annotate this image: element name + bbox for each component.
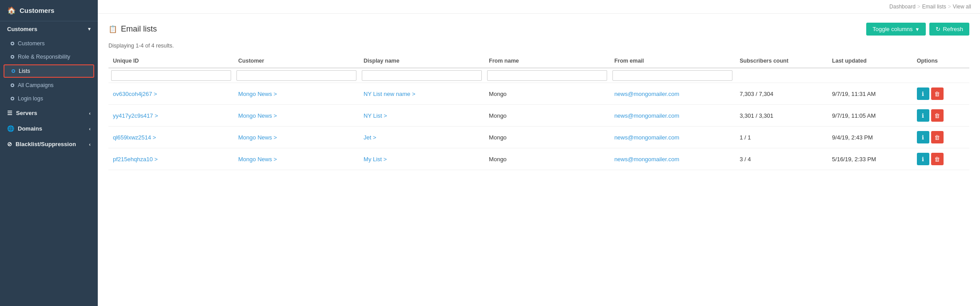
from-email-link-3[interactable]: news@mongomailer.com: [614, 134, 679, 141]
unique-id-link-4[interactable]: pf215ehqhza10 >: [113, 156, 158, 163]
from-email-link-2[interactable]: news@mongomailer.com: [614, 112, 679, 119]
info-icon-2: ℹ: [922, 112, 924, 119]
delete-button-3[interactable]: 🗑: [931, 131, 944, 143]
filter-unique-id-input[interactable]: [111, 70, 231, 81]
cell-customer-4: Mongo News >: [234, 148, 359, 170]
filter-customer-cell: [234, 68, 359, 83]
dot-icon: [11, 55, 14, 59]
cell-options-3: ℹ 🗑: [912, 127, 969, 148]
display-name-link-1[interactable]: NY List new name >: [364, 91, 415, 97]
sidebar-customers-section: Customers ▾ Customers Role & Responsibil…: [0, 21, 98, 105]
cell-last-updated-2: 9/7/19, 11:05 AM: [828, 105, 912, 127]
filter-from-name-cell: [484, 68, 610, 83]
info-button-3[interactable]: ℹ: [917, 131, 929, 143]
sidebar-domains-label: Domains: [18, 125, 42, 132]
sidebar-item-lists-label: Lists: [19, 68, 30, 74]
delete-button-4[interactable]: 🗑: [931, 153, 944, 165]
from-email-link-1[interactable]: news@mongomailer.com: [614, 91, 679, 97]
filter-display-name-input[interactable]: [362, 70, 482, 81]
dashboard-icon: 🏠: [7, 6, 16, 15]
delete-button-1[interactable]: 🗑: [931, 87, 944, 100]
breadcrumb-email-lists: Email lists: [922, 4, 946, 10]
sidebar-item-all-campaigns[interactable]: All Campaigns: [0, 79, 98, 92]
cell-display-name-2: NY List >: [359, 105, 484, 127]
col-from-email: From email: [610, 54, 735, 68]
options-buttons-2: ℹ 🗑: [917, 109, 965, 122]
info-button-4[interactable]: ℹ: [917, 153, 929, 165]
filter-unique-id-cell: [108, 68, 234, 83]
cell-from-email-4: news@mongomailer.com: [610, 148, 735, 170]
breadcrumb-sep1: >: [917, 4, 920, 10]
unique-id-link-2[interactable]: yy417y2c9s417 >: [113, 112, 158, 119]
dot-icon: [12, 69, 15, 73]
chevron-down-icon: ▼: [915, 27, 920, 32]
sidebar-servers-group[interactable]: ☰ Servers ‹: [0, 105, 98, 121]
sidebar-item-role-label: Role & Responsibility: [18, 54, 70, 60]
sidebar-item-lists[interactable]: Lists: [4, 64, 94, 78]
cell-display-name-4: My List >: [359, 148, 484, 170]
unique-id-link-1[interactable]: ov630coh4j267 >: [113, 91, 157, 97]
filter-row: [108, 68, 969, 83]
table-header-row: Unique ID Customer Display name From nam…: [108, 54, 969, 68]
dot-icon: [11, 97, 14, 100]
col-from-name: From name: [484, 54, 610, 68]
servers-icon: ☰: [7, 110, 12, 116]
sidebar-item-campaigns-label: All Campaigns: [18, 82, 54, 88]
unique-id-link-3[interactable]: ql659lxwz2514 >: [113, 134, 156, 141]
page-title: 📋 Email lists: [108, 24, 157, 34]
sidebar-blacklist-group[interactable]: ⊘ Blacklist/Suppression ‹: [0, 136, 98, 152]
cell-customer-2: Mongo News >: [234, 105, 359, 127]
cell-subscribers-3: 1 / 1: [735, 127, 828, 148]
sidebar-domains-group[interactable]: 🌐 Domains ‹: [0, 121, 98, 136]
content-header: 📋 Email lists Toggle columns ▼ ↻ Refresh: [108, 23, 969, 36]
sidebar-blacklist-label: Blacklist/Suppression: [16, 141, 76, 147]
cell-from-name-1: Mongo: [484, 83, 610, 105]
display-name-link-4[interactable]: My List >: [364, 156, 387, 163]
options-buttons-4: ℹ 🗑: [917, 153, 965, 165]
email-lists-icon: 📋: [108, 25, 117, 33]
customer-link-3[interactable]: Mongo News >: [238, 134, 277, 141]
customer-link-4[interactable]: Mongo News >: [238, 156, 277, 163]
main-content: Dashboard > Email lists > View all 📋 Ema…: [98, 0, 980, 306]
dot-icon: [11, 83, 14, 87]
cell-customer-1: Mongo News >: [234, 83, 359, 105]
sidebar-item-role-responsibility[interactable]: Role & Responsibility: [0, 50, 98, 64]
cell-options-1: ℹ 🗑: [912, 83, 969, 105]
customer-link-2[interactable]: Mongo News >: [238, 112, 277, 119]
cell-options-2: ℹ 🗑: [912, 105, 969, 127]
sidebar-item-login-logs[interactable]: Login logs: [0, 92, 98, 105]
cell-from-email-1: news@mongomailer.com: [610, 83, 735, 105]
refresh-button[interactable]: ↻ Refresh: [929, 23, 969, 36]
options-buttons-1: ℹ 🗑: [917, 87, 965, 100]
cell-from-name-2: Mongo: [484, 105, 610, 127]
filter-from-name-input[interactable]: [487, 70, 607, 81]
toggle-columns-button[interactable]: Toggle columns ▼: [866, 23, 926, 36]
header-actions: Toggle columns ▼ ↻ Refresh: [866, 23, 969, 36]
display-name-link-3[interactable]: Jet >: [364, 134, 376, 141]
cell-last-updated-1: 9/7/19, 11:31 AM: [828, 83, 912, 105]
cell-unique-id-4: pf215ehqhza10 >: [108, 148, 234, 170]
filter-from-email-input[interactable]: [612, 70, 732, 81]
from-email-link-4[interactable]: news@mongomailer.com: [614, 156, 679, 163]
sidebar-item-customers-label: Customers: [18, 40, 44, 47]
customer-link-1[interactable]: Mongo News >: [238, 91, 277, 97]
cell-unique-id-2: yy417y2c9s417 >: [108, 105, 234, 127]
trash-icon-1: 🗑: [934, 91, 940, 97]
info-button-2[interactable]: ℹ: [917, 109, 929, 122]
sidebar-servers-section: ☰ Servers ‹: [0, 105, 98, 121]
breadcrumb-dashboard: Dashboard: [889, 4, 916, 10]
sidebar-customers-label: Customers: [7, 26, 37, 32]
delete-button-2[interactable]: 🗑: [931, 109, 944, 122]
filter-customer-input[interactable]: [236, 70, 356, 81]
table-row: pf215ehqhza10 > Mongo News > My List > M…: [108, 148, 969, 170]
sidebar: 🏠 Customers Customers ▾ Customers Role &…: [0, 0, 98, 306]
cell-from-name-3: Mongo: [484, 127, 610, 148]
table-row: yy417y2c9s417 > Mongo News > NY List > M…: [108, 105, 969, 127]
sidebar-item-customers[interactable]: Customers: [0, 37, 98, 50]
refresh-label: Refresh: [943, 26, 963, 32]
info-icon-1: ℹ: [922, 91, 924, 97]
sidebar-customers-group[interactable]: Customers ▾: [0, 21, 98, 37]
info-button-1[interactable]: ℹ: [917, 87, 929, 100]
chevron-left-icon3: ‹: [89, 142, 91, 147]
display-name-link-2[interactable]: NY List >: [364, 112, 387, 119]
